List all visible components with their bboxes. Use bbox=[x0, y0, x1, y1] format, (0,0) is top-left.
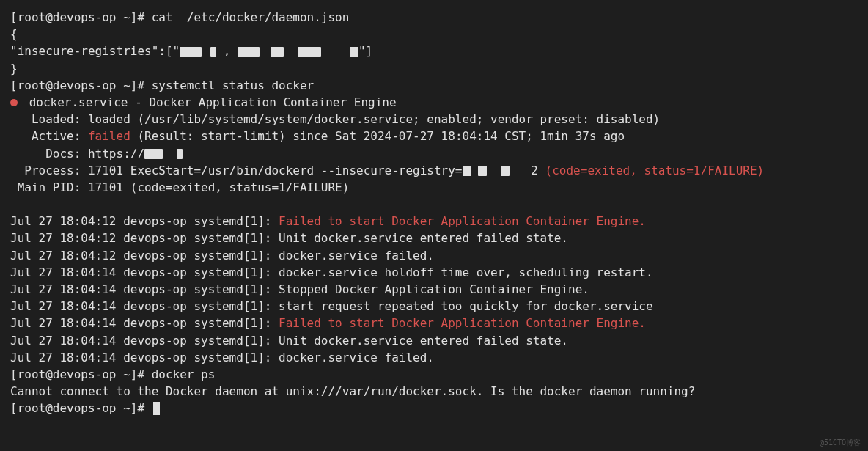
json-end: "] bbox=[358, 44, 372, 58]
output-line: { bbox=[10, 26, 858, 43]
output-text bbox=[471, 164, 479, 177]
process-line: Process: 17101 ExecStart=/usr/bin/docker… bbox=[10, 162, 858, 179]
process-label: Process: 17101 ExecStart=/usr/bin/docker… bbox=[10, 164, 463, 177]
blank-line bbox=[10, 196, 858, 213]
log-line: Jul 27 18:04:14 devops-op systemd[1]: Un… bbox=[10, 332, 858, 349]
redacted-text bbox=[271, 47, 284, 57]
log-line: Jul 27 18:04:14 devops-op systemd[1]: do… bbox=[10, 264, 858, 281]
redacted-text bbox=[501, 166, 510, 176]
redacted-text bbox=[180, 47, 202, 57]
active-label: Active: bbox=[10, 129, 88, 143]
json-key: "insecure-registries":[" bbox=[10, 44, 180, 58]
log-prefix: Jul 27 18:04:12 devops-op systemd[1]: bbox=[10, 214, 279, 228]
docs-label: Docs: https:// bbox=[10, 147, 144, 161]
redacted-text bbox=[144, 149, 163, 159]
process-rest: 2 bbox=[531, 164, 545, 177]
redacted-text bbox=[350, 47, 358, 57]
log-prefix: Jul 27 18:04:14 devops-op systemd[1]: bbox=[10, 316, 279, 330]
active-line: Active: failed (Result: start-limit) sin… bbox=[10, 128, 858, 144]
redacted-text bbox=[177, 149, 183, 159]
output-text bbox=[487, 164, 501, 177]
command-line: [root@devops-op ~]# cat /etc/docker/daem… bbox=[10, 9, 858, 26]
mainpid-line: Main PID: 17101 (code=exited, status=1/F… bbox=[10, 179, 858, 196]
active-rest: (Result: start-limit) since Sat 2024-07-… bbox=[130, 129, 625, 143]
output-text bbox=[321, 44, 350, 58]
redacted-text bbox=[478, 166, 487, 176]
log-line: Jul 27 18:04:12 devops-op systemd[1]: Un… bbox=[10, 230, 858, 246]
output-text bbox=[510, 164, 531, 177]
command-line: [root@devops-op ~]# systemctl status doc… bbox=[10, 77, 858, 94]
redacted-text bbox=[210, 47, 216, 57]
prompt-line: [root@devops-op ~]# bbox=[10, 400, 858, 417]
service-name: docker.service - Docker Application Cont… bbox=[22, 95, 397, 109]
active-status: failed bbox=[88, 129, 130, 143]
watermark: @51CTO博客 bbox=[820, 438, 861, 449]
redacted-gap bbox=[202, 47, 210, 57]
command-line: [root@devops-op ~]# docker ps bbox=[10, 366, 858, 383]
output-line: "insecure-registries":[" , "] bbox=[10, 43, 858, 59]
prompt-text: [root@devops-op ~]# bbox=[10, 401, 152, 415]
service-header: docker.service - Docker Application Cont… bbox=[10, 94, 858, 111]
error-line: Cannot connect to the Docker daemon at u… bbox=[10, 383, 858, 400]
log-line: Jul 27 18:04:14 devops-op systemd[1]: Fa… bbox=[10, 315, 858, 331]
cursor-icon bbox=[153, 402, 160, 415]
log-error-msg: Failed to start Docker Application Conta… bbox=[279, 214, 646, 228]
output-line: } bbox=[10, 60, 858, 77]
redacted-gap bbox=[260, 47, 271, 57]
process-error: (code=exited, status=1/FAILURE) bbox=[545, 164, 765, 177]
redacted-text bbox=[238, 47, 260, 57]
output-text: , bbox=[216, 44, 238, 58]
output-text bbox=[163, 147, 177, 161]
loaded-line: Loaded: loaded (/usr/lib/systemd/system/… bbox=[10, 111, 858, 128]
docs-line: Docs: https:// bbox=[10, 145, 858, 162]
output-text bbox=[284, 44, 298, 58]
log-error-msg: Failed to start Docker Application Conta… bbox=[279, 316, 646, 330]
status-dot-icon bbox=[10, 99, 18, 106]
log-line: Jul 27 18:04:14 devops-op systemd[1]: do… bbox=[10, 349, 858, 366]
log-line: Jul 27 18:04:14 devops-op systemd[1]: St… bbox=[10, 281, 858, 298]
log-line: Jul 27 18:04:12 devops-op systemd[1]: Fa… bbox=[10, 213, 858, 230]
terminal-output[interactable]: [root@devops-op ~]# cat /etc/docker/daem… bbox=[10, 9, 858, 417]
redacted-text bbox=[463, 166, 471, 176]
log-line: Jul 27 18:04:12 devops-op systemd[1]: do… bbox=[10, 247, 858, 264]
log-line: Jul 27 18:04:14 devops-op systemd[1]: st… bbox=[10, 298, 858, 315]
redacted-text bbox=[298, 47, 321, 57]
